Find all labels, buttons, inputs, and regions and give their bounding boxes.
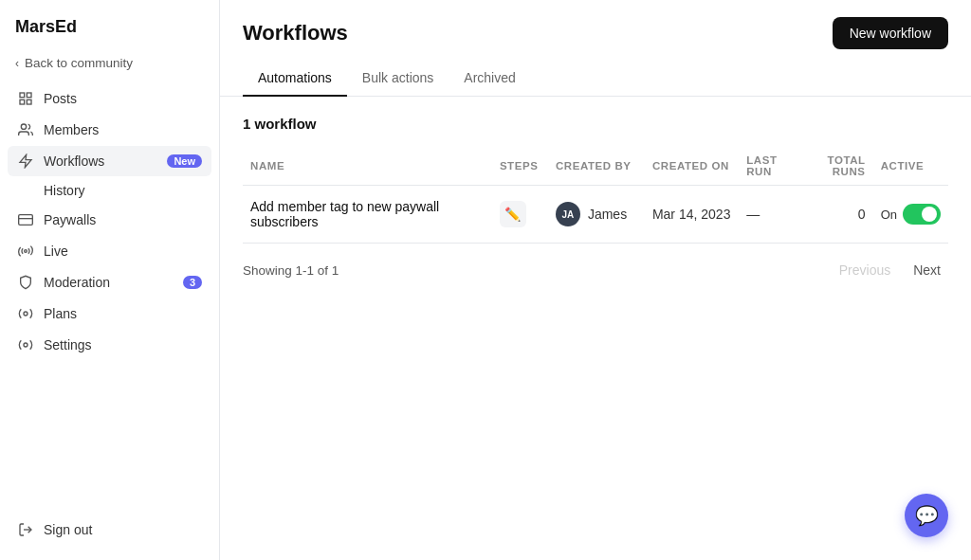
table-row: Add member tag to new paywall subscriber…: [243, 186, 948, 244]
chat-icon: 💬: [915, 504, 939, 527]
next-button[interactable]: Next: [906, 259, 948, 281]
radio-icon: [17, 243, 34, 260]
svg-point-10: [24, 343, 27, 347]
svg-rect-6: [19, 215, 33, 226]
active-toggle[interactable]: [903, 204, 941, 225]
col-header-created-by: CREATED BY: [548, 147, 645, 186]
tab-automations[interactable]: Automations: [243, 61, 347, 97]
users-icon: [17, 121, 34, 138]
creator-name: James: [588, 207, 627, 222]
sign-out-icon: [17, 521, 34, 538]
pagination: Showing 1-1 of 1 Previous Next: [243, 244, 948, 281]
total-runs-cell: 0: [805, 186, 872, 244]
tab-bulk-actions[interactable]: Bulk actions: [347, 61, 449, 97]
last-run-cell: —: [739, 186, 805, 244]
col-header-last-run: LAST RUN: [739, 147, 805, 186]
sidebar-item-label: Workflows: [44, 154, 104, 169]
page-header: Workflows New workflow: [220, 0, 971, 49]
sidebar-item-label: Live: [44, 244, 68, 259]
new-workflow-button[interactable]: New workflow: [833, 17, 948, 49]
avatar: JA: [556, 202, 580, 226]
back-label: Back to community: [25, 56, 133, 70]
pagination-info: Showing 1-1 of 1: [243, 263, 339, 278]
sidebar-item-label: Moderation: [44, 275, 110, 290]
chat-fab-button[interactable]: 💬: [905, 494, 948, 537]
chevron-left-icon: ‹: [15, 57, 19, 70]
table-header: NAME STEPS CREATED BY CREATED ON LAST RU…: [243, 147, 948, 186]
active-toggle-wrap: On: [881, 204, 941, 225]
col-header-active: ACTIVE: [873, 147, 948, 186]
created-on-cell: Mar 14, 2023: [645, 186, 739, 244]
edit-icon: ✏️: [500, 201, 526, 227]
sidebar-item-label: Posts: [44, 91, 77, 106]
toggle-on-label: On: [881, 208, 897, 222]
svg-point-9: [24, 312, 27, 316]
new-badge: New: [167, 154, 202, 168]
sidebar-item-workflows[interactable]: Workflows New: [8, 146, 211, 176]
workflows-table: NAME STEPS CREATED BY CREATED ON LAST RU…: [243, 147, 948, 244]
sidebar-item-plans[interactable]: Plans: [8, 298, 211, 329]
sidebar-item-label: Members: [44, 122, 99, 137]
sign-out-button[interactable]: Sign out: [8, 515, 211, 545]
sidebar-item-settings[interactable]: Settings: [8, 330, 211, 360]
sidebar-item-live[interactable]: Live: [8, 236, 211, 266]
content-area: 1 workflow NAME STEPS CREATED BY CREATED…: [220, 97, 971, 560]
sidebar-item-paywalls[interactable]: Paywalls: [8, 205, 211, 235]
history-label: History: [44, 183, 85, 198]
back-to-community[interactable]: ‹ Back to community: [0, 50, 219, 80]
tab-archived[interactable]: Archived: [449, 61, 530, 97]
page-title: Workflows: [243, 21, 348, 45]
creator-info: JA James: [556, 202, 637, 226]
sidebar-item-moderation[interactable]: Moderation 3: [8, 267, 211, 298]
workflow-name: Add member tag to new paywall subscriber…: [250, 199, 439, 229]
col-header-total-runs: TOTAL RUNS: [805, 147, 872, 186]
sidebar-bottom: Sign out: [0, 507, 219, 560]
shield-icon: [17, 274, 34, 291]
col-header-created-on: CREATED ON: [645, 147, 739, 186]
workflow-count: 1 workflow: [243, 116, 948, 132]
sidebar-item-label: Settings: [44, 337, 92, 352]
sidebar-nav: Posts Members Workflows New History P: [0, 80, 219, 507]
main-content: Workflows New workflow Automations Bulk …: [220, 0, 971, 560]
svg-point-4: [21, 124, 26, 129]
steps-cell: ✏️: [492, 186, 548, 244]
zap-icon: [17, 153, 34, 170]
previous-button[interactable]: Previous: [832, 259, 898, 281]
svg-point-8: [25, 250, 27, 253]
workflow-name-cell: Add member tag to new paywall subscriber…: [243, 186, 492, 244]
grid-icon: [17, 90, 34, 107]
sidebar-item-label: Paywalls: [44, 212, 96, 227]
toggle-slider: [903, 204, 941, 225]
tab-bar: Automations Bulk actions Archived: [220, 61, 971, 97]
app-logo: MarsEd: [0, 0, 219, 50]
sidebar-item-history[interactable]: History: [8, 177, 211, 204]
sidebar: MarsEd ‹ Back to community Posts Members…: [0, 0, 220, 560]
moderation-badge: 3: [183, 276, 202, 289]
settings-icon: [17, 336, 34, 353]
sidebar-item-label: Plans: [44, 306, 77, 321]
plans-icon: [17, 305, 34, 322]
credit-card-icon: [17, 211, 34, 228]
creator-cell: JA James: [548, 186, 645, 244]
sidebar-item-members[interactable]: Members: [8, 115, 211, 145]
svg-marker-5: [20, 154, 31, 167]
table-body: Add member tag to new paywall subscriber…: [243, 186, 948, 244]
sidebar-item-posts[interactable]: Posts: [8, 83, 211, 114]
svg-rect-2: [20, 99, 25, 104]
svg-rect-0: [20, 93, 25, 98]
sign-out-label: Sign out: [44, 522, 92, 537]
col-header-name: NAME: [243, 147, 492, 186]
svg-rect-1: [27, 93, 31, 98]
active-cell: On: [873, 186, 948, 244]
svg-rect-3: [27, 99, 31, 104]
pagination-controls: Previous Next: [832, 259, 948, 281]
col-header-steps: STEPS: [492, 147, 548, 186]
